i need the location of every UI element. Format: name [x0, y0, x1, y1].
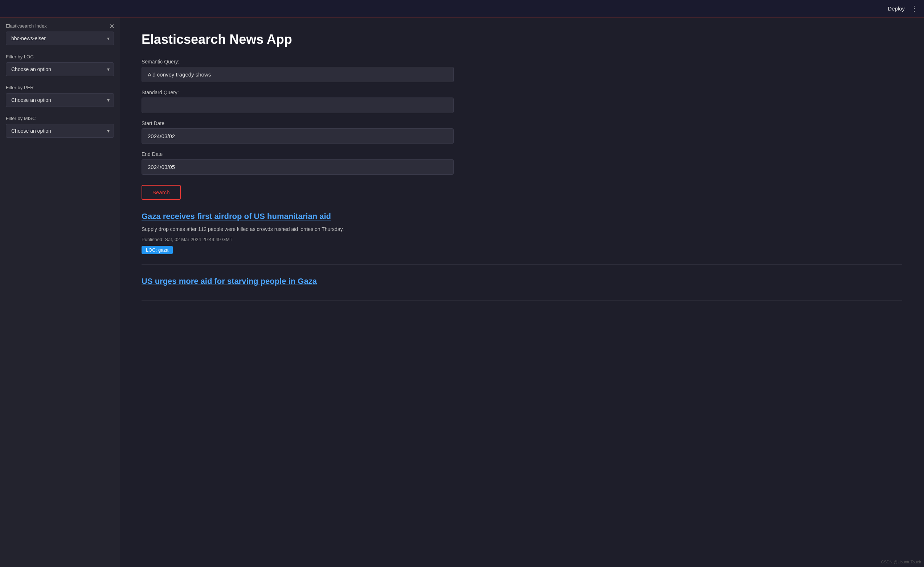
filter-misc-label: Filter by MISC [6, 116, 114, 121]
result-tag[interactable]: LOC: gaza [141, 246, 173, 254]
semantic-query-label: Semantic Query: [141, 59, 902, 64]
standard-query-group: Standard Query: [141, 90, 902, 113]
semantic-query-group: Semantic Query: [141, 59, 902, 82]
end-date-group: End Date [141, 151, 902, 175]
main-layout: ✕ Elasticsearch Index bbc-news-elser Fil… [0, 17, 924, 567]
result-title[interactable]: Gaza receives first airdrop of US humani… [141, 212, 902, 222]
start-date-group: Start Date [141, 120, 902, 144]
watermark: CSDN @UbuntuTouch [881, 560, 921, 564]
filter-loc-section: Filter by LOC Choose an option [6, 54, 114, 76]
end-date-input[interactable] [141, 159, 454, 175]
filter-misc-select[interactable]: Choose an option [6, 124, 114, 138]
sidebar-close-button[interactable]: ✕ [109, 22, 115, 30]
menu-dots-button[interactable]: ⋮ [910, 4, 918, 13]
sidebar: ✕ Elasticsearch Index bbc-news-elser Fil… [0, 17, 120, 567]
standard-query-input[interactable] [141, 98, 454, 113]
search-button[interactable]: Search [141, 185, 181, 200]
filter-per-section: Filter by PER Choose an option [6, 85, 114, 107]
filter-loc-select[interactable]: Choose an option [6, 62, 114, 76]
result-published: Published: Sat, 02 Mar 2024 20:49:49 GMT [141, 237, 902, 242]
result-item: Gaza receives first airdrop of US humani… [141, 212, 902, 265]
index-section: Elasticsearch Index bbc-news-elser [6, 23, 114, 45]
filter-per-label: Filter by PER [6, 85, 114, 90]
start-date-input[interactable] [141, 128, 454, 144]
result-item: US urges more aid for starving people in… [141, 276, 902, 301]
filter-misc-section: Filter by MISC Choose an option [6, 116, 114, 138]
semantic-query-input[interactable] [141, 67, 454, 82]
index-label: Elasticsearch Index [6, 23, 114, 28]
start-date-label: Start Date [141, 120, 902, 126]
result-tags: LOC: gaza [141, 246, 902, 254]
page-title: Elasticsearch News App [141, 32, 902, 47]
end-date-label: End Date [141, 151, 902, 157]
main-content: Elasticsearch News App Semantic Query: S… [120, 17, 924, 567]
filter-loc-wrapper: Choose an option [6, 62, 114, 76]
filter-per-select[interactable]: Choose an option [6, 93, 114, 107]
index-select[interactable]: bbc-news-elser [6, 32, 114, 45]
result-title[interactable]: US urges more aid for starving people in… [141, 276, 902, 287]
result-description: Supply drop comes after 112 people were … [141, 225, 902, 233]
index-select-wrapper: bbc-news-elser [6, 32, 114, 45]
deploy-button[interactable]: Deploy [888, 6, 905, 12]
results-section: Gaza receives first airdrop of US humani… [141, 212, 902, 300]
topbar: Deploy ⋮ [0, 0, 924, 17]
standard-query-label: Standard Query: [141, 90, 902, 95]
topbar-actions: Deploy ⋮ [888, 4, 918, 13]
filter-misc-wrapper: Choose an option [6, 124, 114, 138]
filter-per-wrapper: Choose an option [6, 93, 114, 107]
filter-loc-label: Filter by LOC [6, 54, 114, 60]
